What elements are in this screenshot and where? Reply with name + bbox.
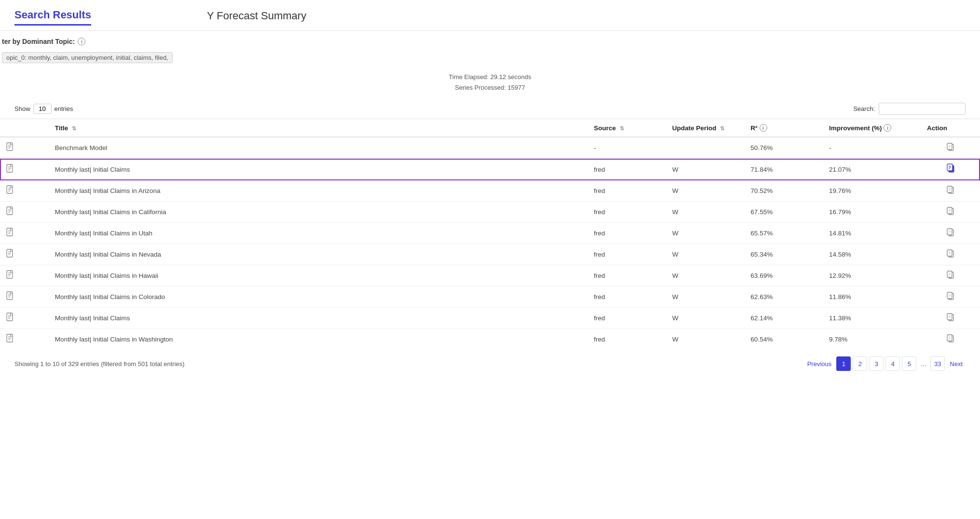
topic-tag[interactable]: opic_0: monthly, claim, unemployment, in… bbox=[2, 52, 173, 63]
row-action[interactable] bbox=[921, 308, 980, 329]
row-r2: 62.14% bbox=[745, 308, 823, 329]
row-doc-icon bbox=[0, 202, 49, 223]
copy-button[interactable] bbox=[947, 145, 954, 153]
row-title: Benchmark Model bbox=[49, 137, 588, 159]
th-improvement[interactable]: Improvement (%) i bbox=[823, 119, 921, 137]
search-control: Search: bbox=[853, 103, 966, 115]
table-controls: Show entries Search: bbox=[0, 98, 980, 119]
row-action[interactable] bbox=[921, 265, 980, 287]
copy-button[interactable] bbox=[947, 188, 954, 196]
row-update-period: W bbox=[667, 159, 745, 180]
th-source[interactable]: Source ⇅ bbox=[588, 119, 667, 137]
entries-label: entries bbox=[54, 105, 73, 112]
table-header-row: Title ⇅ Source ⇅ Update Period ⇅ R² i Im… bbox=[0, 119, 980, 137]
filter-info-icon[interactable]: i bbox=[78, 38, 85, 45]
table-row: Monthly last| Initial Claims in Colorado… bbox=[0, 287, 980, 308]
row-action[interactable] bbox=[921, 159, 980, 180]
previous-button[interactable]: Previous bbox=[804, 356, 835, 371]
copy-button-active[interactable] bbox=[946, 166, 955, 175]
row-improvement: 21.07% bbox=[823, 159, 921, 180]
filter-section: ter by Dominant Topic: i opic_0: monthly… bbox=[0, 31, 980, 65]
row-update-period: W bbox=[667, 223, 745, 244]
search-input[interactable] bbox=[879, 103, 966, 115]
row-action[interactable] bbox=[921, 223, 980, 244]
copy-button[interactable] bbox=[947, 209, 954, 217]
row-source: fred bbox=[588, 202, 667, 223]
table-row: Monthly last| Initial ClaimsfredW71.84%2… bbox=[0, 159, 980, 180]
row-action[interactable] bbox=[921, 244, 980, 265]
row-update-period: W bbox=[667, 202, 745, 223]
row-doc-icon bbox=[0, 329, 49, 350]
page-4-button[interactable]: 4 bbox=[885, 356, 900, 371]
copy-button[interactable] bbox=[947, 251, 954, 260]
row-source: fred bbox=[588, 329, 667, 350]
document-icon bbox=[6, 185, 14, 195]
r2-info-icon[interactable]: i bbox=[760, 124, 767, 132]
th-update-period[interactable]: Update Period ⇅ bbox=[667, 119, 745, 137]
row-doc-icon bbox=[0, 223, 49, 244]
page-33-button[interactable]: 33 bbox=[930, 356, 945, 371]
row-improvement: - bbox=[823, 137, 921, 159]
row-title: Monthly last| Initial Claims bbox=[49, 308, 588, 329]
copy-button[interactable] bbox=[947, 230, 954, 238]
header: Search Results Y Forecast Summary bbox=[0, 0, 980, 31]
th-title[interactable]: Title ⇅ bbox=[49, 119, 588, 137]
row-action[interactable] bbox=[921, 329, 980, 350]
next-button[interactable]: Next bbox=[947, 356, 966, 371]
table-row: Benchmark Model-50.76%- bbox=[0, 137, 980, 159]
th-r2[interactable]: R² i bbox=[745, 119, 823, 137]
row-r2: 50.76% bbox=[745, 137, 823, 159]
row-update-period bbox=[667, 137, 745, 159]
row-source: - bbox=[588, 137, 667, 159]
table-row: Monthly last| Initial Claims in Californ… bbox=[0, 202, 980, 223]
row-doc-icon bbox=[0, 265, 49, 287]
row-update-period: W bbox=[667, 287, 745, 308]
filter-label: ter by Dominant Topic: i bbox=[2, 38, 85, 45]
results-table: Title ⇅ Source ⇅ Update Period ⇅ R² i Im… bbox=[0, 119, 980, 350]
period-sort-icon: ⇅ bbox=[720, 125, 724, 132]
copy-button[interactable] bbox=[947, 294, 954, 302]
filter-text: ter by Dominant Topic: bbox=[2, 38, 75, 45]
row-title: Monthly last| Initial Claims in Colorado bbox=[49, 287, 588, 308]
row-update-period: W bbox=[667, 244, 745, 265]
table-row: Monthly last| Initial Claims in Nevadafr… bbox=[0, 244, 980, 265]
document-icon bbox=[6, 164, 14, 174]
page-5-button[interactable]: 5 bbox=[902, 356, 916, 371]
row-improvement: 11.86% bbox=[823, 287, 921, 308]
row-r2: 70.52% bbox=[745, 180, 823, 202]
row-r2: 62.63% bbox=[745, 287, 823, 308]
copy-button[interactable] bbox=[947, 273, 954, 281]
row-improvement: 14.81% bbox=[823, 223, 921, 244]
search-results-tab[interactable]: Search Results bbox=[14, 9, 91, 26]
copy-button[interactable] bbox=[947, 315, 954, 323]
stats-section: Time Elapsed: 29.12 seconds Series Proce… bbox=[0, 65, 980, 98]
document-icon bbox=[6, 334, 14, 343]
row-source: fred bbox=[588, 265, 667, 287]
row-title: Monthly last| Initial Claims in Arizona bbox=[49, 180, 588, 202]
row-action[interactable] bbox=[921, 287, 980, 308]
row-r2: 65.57% bbox=[745, 223, 823, 244]
row-title: Monthly last| Initial Claims bbox=[49, 159, 588, 180]
page-3-button[interactable]: 3 bbox=[869, 356, 884, 371]
table-row: Monthly last| Initial Claims in Utahfred… bbox=[0, 223, 980, 244]
row-doc-icon bbox=[0, 159, 49, 180]
improvement-info-icon[interactable]: i bbox=[884, 124, 891, 132]
th-icon bbox=[0, 119, 49, 137]
row-update-period: W bbox=[667, 329, 745, 350]
row-action[interactable] bbox=[921, 180, 980, 202]
row-action[interactable] bbox=[921, 202, 980, 223]
page-2-button[interactable]: 2 bbox=[853, 356, 867, 371]
table-row: Monthly last| Initial Claims in Hawaiifr… bbox=[0, 265, 980, 287]
entries-input[interactable] bbox=[33, 104, 52, 114]
row-improvement: 14.58% bbox=[823, 244, 921, 265]
row-improvement: 16.79% bbox=[823, 202, 921, 223]
row-action[interactable] bbox=[921, 137, 980, 159]
copy-button[interactable] bbox=[947, 336, 954, 344]
row-r2: 71.84% bbox=[745, 159, 823, 180]
document-icon bbox=[6, 313, 14, 322]
source-sort-icon: ⇅ bbox=[620, 125, 624, 132]
page-1-button[interactable]: 1 bbox=[836, 356, 851, 371]
row-doc-icon bbox=[0, 287, 49, 308]
show-entries: Show entries bbox=[14, 104, 73, 114]
row-update-period: W bbox=[667, 180, 745, 202]
